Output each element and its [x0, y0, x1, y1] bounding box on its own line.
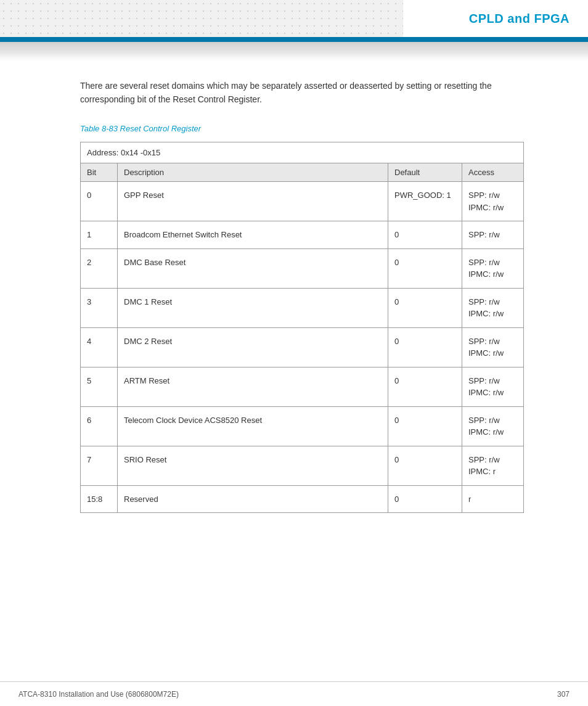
- table-row: 15:8Reserved0r: [81, 485, 524, 513]
- cell-default: 0: [388, 485, 462, 513]
- cell-access: SPP: r/w IPMC: r/w: [462, 327, 524, 367]
- gray-decorative-band: [0, 42, 588, 60]
- cell-bit: 1: [81, 221, 118, 249]
- register-table: Address: 0x14 -0x15 Bit Description Defa…: [80, 142, 524, 514]
- footer-left: ATCA-8310 Installation and Use (6806800M…: [18, 690, 179, 699]
- cell-default: 0: [388, 367, 462, 406]
- cell-default: 0: [388, 446, 462, 485]
- col-header-default: Default: [388, 163, 462, 182]
- header-title-bar: CPLD and FPGA: [403, 0, 588, 37]
- cell-default: 0: [388, 406, 462, 446]
- table-row: 7SRIO Reset0SPP: r/w IPMC: r: [81, 446, 524, 485]
- cell-bit: 6: [81, 406, 118, 446]
- cell-access: SPP: r/w IPMC: r/w: [462, 248, 524, 288]
- table-row: 3DMC 1 Reset0SPP: r/w IPMC: r/w: [81, 288, 524, 327]
- col-header-bit: Bit: [81, 163, 118, 182]
- cell-bit: 5: [81, 367, 118, 406]
- cell-access: SPP: r/w IPMC: r: [462, 446, 524, 485]
- table-header-row: Bit Description Default Access: [81, 163, 524, 182]
- cell-description: Broadcom Ethernet Switch Reset: [118, 221, 388, 249]
- cell-access: SPP: r/w: [462, 221, 524, 249]
- page-section-title: CPLD and FPGA: [469, 12, 570, 26]
- table-row: 4DMC 2 Reset0SPP: r/w IPMC: r/w: [81, 327, 524, 367]
- col-header-description: Description: [118, 163, 388, 182]
- cell-bit: 2: [81, 248, 118, 288]
- cell-access: SPP: r/w IPMC: r/w: [462, 288, 524, 327]
- address-cell: Address: 0x14 -0x15: [81, 142, 524, 163]
- cell-bit: 4: [81, 327, 118, 367]
- cell-bit: 7: [81, 446, 118, 485]
- cell-description: DMC 1 Reset: [118, 288, 388, 327]
- cell-bit: 15:8: [81, 485, 118, 513]
- footer-page-number: 307: [557, 690, 570, 699]
- cell-default: 0: [388, 248, 462, 288]
- table-row: 0GPP ResetPWR_GOOD: 1SPP: r/w IPMC: r/w: [81, 182, 524, 221]
- page-footer: ATCA-8310 Installation and Use (6806800M…: [0, 681, 588, 706]
- cell-description: SRIO Reset: [118, 446, 388, 485]
- table-row: 6Telecom Clock Device ACS8520 Reset0SPP:…: [81, 406, 524, 446]
- cell-description: Reserved: [118, 485, 388, 513]
- cell-default: PWR_GOOD: 1: [388, 182, 462, 221]
- cell-description: DMC 2 Reset: [118, 327, 388, 367]
- table-row: 2DMC Base Reset0SPP: r/w IPMC: r/w: [81, 248, 524, 288]
- table-row: 1Broadcom Ethernet Switch Reset0SPP: r/w: [81, 221, 524, 249]
- col-header-access: Access: [462, 163, 524, 182]
- table-row: 5ARTM Reset0SPP: r/w IPMC: r/w: [81, 367, 524, 406]
- cell-access: SPP: r/w IPMC: r/w: [462, 406, 524, 446]
- blue-divider-bar: [0, 37, 588, 42]
- cell-access: SPP: r/w IPMC: r/w: [462, 367, 524, 406]
- main-content: There are several reset domains which ma…: [0, 60, 588, 550]
- cell-default: 0: [388, 327, 462, 367]
- page-header: CPLD and FPGA: [0, 0, 588, 37]
- cell-description: ARTM Reset: [118, 367, 388, 406]
- cell-default: 0: [388, 221, 462, 249]
- address-row: Address: 0x14 -0x15: [81, 142, 524, 163]
- cell-access: SPP: r/w IPMC: r/w: [462, 182, 524, 221]
- cell-description: DMC Base Reset: [118, 248, 388, 288]
- intro-paragraph: There are several reset domains which ma…: [80, 79, 530, 107]
- cell-description: Telecom Clock Device ACS8520 Reset: [118, 406, 388, 446]
- cell-access: r: [462, 485, 524, 513]
- table-caption: Table 8-83 Reset Control Register: [80, 124, 539, 133]
- cell-default: 0: [388, 288, 462, 327]
- cell-description: GPP Reset: [118, 182, 388, 221]
- cell-bit: 0: [81, 182, 118, 221]
- cell-bit: 3: [81, 288, 118, 327]
